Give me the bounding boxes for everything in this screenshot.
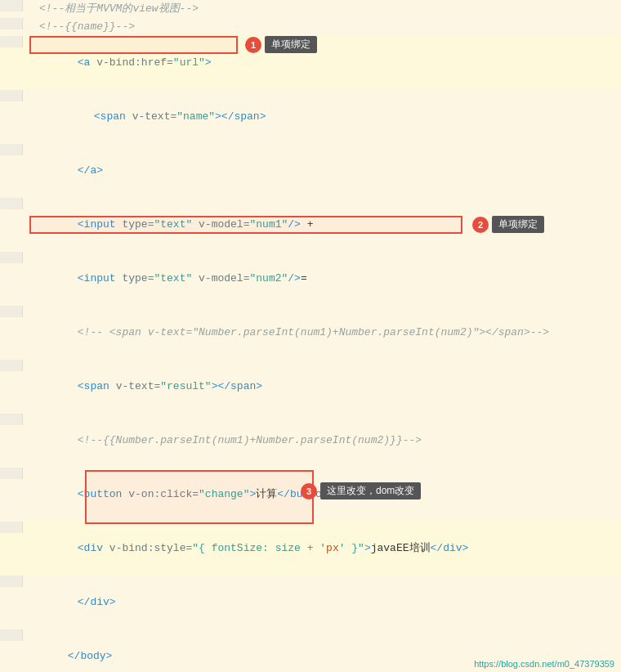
gutter-11	[0, 468, 23, 479]
fold-icon-13	[6, 576, 17, 587]
comment-parse2: <!--{{Number.parseInt(num1)+Number.parse…	[78, 434, 422, 446]
line-5: </a>	[0, 144, 621, 198]
vmodel-attr1: v-model=	[199, 218, 249, 231]
fold-icon-4	[6, 90, 17, 101]
line-4: <span v-text="name"></span>	[0, 90, 621, 144]
change-string: "change"	[199, 488, 249, 500]
fold-icon-10	[6, 414, 17, 425]
fold-icon-1	[6, 0, 17, 11]
input2-tag: <input	[78, 272, 123, 284]
vtext-result-attr: v-text=	[116, 380, 161, 392]
code-editor: <!--相当于MVVM的view视图--> <!--{{name}}--> <a…	[0, 0, 621, 672]
fold-icon-7	[6, 252, 17, 263]
line-content-10: <!--{{Number.parseInt(num1)+Number.parse…	[23, 414, 621, 468]
gutter-10	[0, 414, 23, 425]
span-tag: <span	[94, 110, 132, 123]
gutter-2	[0, 18, 23, 29]
fold-icon-3	[6, 36, 17, 47]
annotation-badge-1: 1 单项绑定	[245, 36, 317, 53]
div-style-open: <div	[78, 542, 109, 554]
fold-icon-5	[6, 144, 17, 155]
gutter-13	[0, 576, 23, 587]
gutter-9	[0, 360, 23, 371]
line-12: <div v-bind:style="{ fontSize: size + 'p…	[0, 522, 621, 576]
gutter-6	[0, 198, 23, 209]
fold-icon-8	[6, 306, 17, 317]
space1	[192, 218, 199, 231]
span-result-close: ></span>	[212, 380, 262, 392]
result-string: "result"	[160, 380, 211, 392]
fold-icon-2	[6, 18, 17, 29]
gutter-7	[0, 252, 23, 263]
input2-close: />	[288, 272, 301, 284]
line-2: <!--{{name}}-->	[0, 18, 621, 36]
gutter-14	[0, 629, 23, 641]
div-close-tag: </div>	[78, 596, 116, 608]
vmodel-attr2: v-model=	[199, 272, 249, 284]
type-attr: type=	[122, 218, 154, 231]
line-8: <!-- <span v-text="Number.parseInt(num1)…	[0, 306, 621, 360]
fold-icon-6	[6, 198, 17, 209]
v-text-attr: v-text=	[132, 110, 177, 123]
gutter-12	[0, 522, 23, 533]
comment-view: <!--相当于MVVM的view视图-->	[39, 2, 199, 15]
watermark: https://blog.csdn.net/m0_47379359	[474, 659, 614, 669]
line-content-1: <!--相当于MVVM的view视图-->	[23, 0, 621, 18]
badge-circle-3: 3	[301, 483, 317, 500]
plus-sign: +	[301, 218, 314, 231]
space2	[192, 272, 199, 284]
line-content-12: <div v-bind:style="{ fontSize: size + 'p…	[23, 522, 621, 576]
span-result-tag: <span	[78, 380, 116, 392]
span-close: ></span>	[215, 110, 266, 123]
fold-icon-12	[6, 522, 17, 533]
gutter-8	[0, 306, 23, 317]
name-string: "name"	[176, 110, 215, 123]
comment-parse1: <!-- <span v-text="Number.parseInt(num1)…	[78, 326, 549, 338]
von-click: v-on:click=	[128, 488, 199, 500]
div-inner-close: </div>	[431, 542, 469, 554]
badge-circle-1: 1	[245, 37, 261, 53]
div-inner-open: >	[364, 542, 371, 554]
badge-circle-2: 2	[472, 217, 489, 233]
line-content-7: <input type="text" v-model="num2"/>=	[23, 252, 621, 306]
url-string: "url"	[173, 56, 205, 69]
annotation-badge-2: 2 单项绑定	[472, 216, 544, 233]
fold-icon-14	[6, 629, 17, 641]
gutter-3	[0, 36, 23, 47]
line-content-9: <span v-text="result"></span>	[23, 360, 621, 414]
vbind-style: v-bind:style=	[109, 542, 192, 554]
fold-icon-11	[6, 468, 17, 479]
eq-sign: =	[301, 272, 307, 284]
line-content-4: <span v-text="name"></span>	[23, 90, 621, 144]
gutter-4	[0, 90, 23, 101]
line-13: </div>	[0, 576, 621, 629]
line-content-5: </a>	[23, 144, 621, 198]
a-close-tag: </a>	[78, 164, 103, 177]
text-string1: "text"	[154, 218, 192, 231]
badge-label-3: 这里改变，dom改变	[320, 482, 421, 500]
v-bind-attr: v-bind:href=	[96, 56, 173, 69]
annotation-badge-3: 3 这里改变，dom改变	[301, 482, 421, 500]
gutter-1	[0, 0, 23, 11]
text-string2: "text"	[154, 272, 192, 284]
calc-text: 计算	[256, 488, 277, 500]
line-1: <!--相当于MVVM的view视图-->	[0, 0, 621, 18]
type-attr2: type=	[122, 272, 154, 284]
badge-label-2: 单项绑定	[492, 216, 544, 233]
badge-label-1: 单项绑定	[265, 36, 317, 53]
a-tag-close: >	[205, 56, 212, 69]
javaee-text: javaEE培训	[371, 542, 431, 554]
line-content-3: <a v-bind:href="url">	[23, 36, 621, 90]
input1-tag: <input	[78, 218, 123, 231]
style-string: "{ fontSize: size + '	[192, 542, 326, 554]
line-content-2: <!--{{name}}-->	[23, 18, 621, 36]
line-10: <!--{{Number.parseInt(num1)+Number.parse…	[0, 414, 621, 468]
button-open: <button	[78, 488, 128, 500]
line-content-13: </div>	[23, 576, 621, 629]
a-open-tag: <a	[78, 56, 96, 69]
style-string2: ' }"	[339, 542, 364, 554]
px-text: px	[326, 542, 339, 554]
line-9: <span v-text="result"></span>	[0, 360, 621, 414]
line-7: <input type="text" v-model="num2"/>=	[0, 252, 621, 306]
body-close-tag: </body>	[68, 650, 113, 662]
